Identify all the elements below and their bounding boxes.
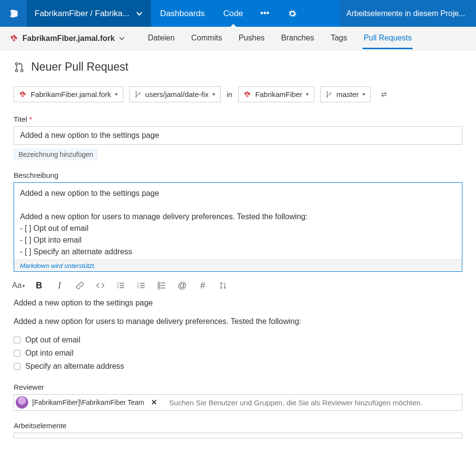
numbered-list-icon: 123 <box>137 281 146 290</box>
svg-point-6 <box>327 92 328 93</box>
team-avatar-icon <box>16 396 28 409</box>
code-icon <box>96 281 105 290</box>
svg-rect-16 <box>158 285 160 287</box>
markdown-toolbar: Aa▾ B I 123 @ # <box>14 281 462 290</box>
reviewer-field: [FabrikamFiber]\FabrikamFiber Team ✕ <box>14 394 462 411</box>
numbered-list-button[interactable]: 123 <box>136 281 146 290</box>
reviewer-chip-name: [FabrikamFiber]\FabrikamFiber Team <box>32 398 144 406</box>
checkbox-icon[interactable] <box>14 350 20 357</box>
settings-button[interactable] <box>277 0 307 27</box>
svg-point-11 <box>117 287 118 288</box>
svg-point-10 <box>117 285 118 286</box>
checkbox-icon[interactable] <box>14 363 20 370</box>
svg-point-3 <box>135 92 136 93</box>
reviewer-chip[interactable]: [FabrikamFiber]\FabrikamFiber Team ✕ <box>14 395 164 410</box>
pull-request-icon <box>14 61 25 73</box>
target-branch-selector[interactable]: master ▾ <box>320 86 371 102</box>
required-indicator: * <box>29 115 32 123</box>
chevron-down-icon: ▾ <box>22 283 25 288</box>
reviewer-search-input[interactable] <box>164 396 462 410</box>
svg-rect-15 <box>158 282 160 284</box>
tab-pull-requests[interactable]: Pull Requests <box>362 28 413 49</box>
svg-point-1 <box>16 69 18 72</box>
pr-link-button[interactable] <box>218 281 228 290</box>
preview-check-item: Opt out of email <box>14 334 462 346</box>
reviewer-label: Reviewer <box>14 383 462 391</box>
description-box: Markdown wird unterstützt. <box>14 182 462 272</box>
remove-reviewer-button[interactable]: ✕ <box>148 398 160 407</box>
description-textarea[interactable] <box>14 183 462 258</box>
svg-point-4 <box>135 96 136 97</box>
source-repo-selector[interactable]: FabrikamFiber.jamal.fork ▾ <box>14 86 123 102</box>
git-repo-icon <box>10 34 19 43</box>
chevron-down-icon: ▾ <box>362 91 365 97</box>
svg-text:3: 3 <box>137 286 139 289</box>
svg-rect-17 <box>158 287 160 289</box>
code-button[interactable] <box>95 281 105 290</box>
pull-request-icon <box>219 282 227 289</box>
main-content: Neuer Pull Request FabrikamFiber.jamal.f… <box>0 51 476 453</box>
svg-point-18 <box>221 283 222 284</box>
product-logo[interactable] <box>0 0 27 27</box>
tab-branches[interactable]: Branches <box>280 28 315 49</box>
svg-point-0 <box>16 62 18 65</box>
page-title: Neuer Pull Request <box>31 60 128 74</box>
add-label-chip[interactable]: Bezeichnung hinzufügen <box>14 149 98 160</box>
ellipsis-icon: ••• <box>260 8 269 19</box>
repo-sub-nav: FabrikamFiber.jamal.fork Dateien Commits… <box>0 27 476 51</box>
checkbox-icon[interactable] <box>14 337 20 343</box>
branch-icon <box>325 91 332 98</box>
bold-button[interactable]: B <box>34 281 44 290</box>
svg-point-5 <box>139 92 140 93</box>
branch-selection-row: FabrikamFiber.jamal.fork ▾ users/jamal/d… <box>14 86 462 102</box>
chevron-down-icon <box>135 10 143 18</box>
preview-line: Added a new option to the settings page <box>14 297 462 309</box>
target-repo-name: FabrikamFiber <box>255 90 303 98</box>
gear-icon <box>288 9 297 18</box>
mention-button[interactable]: @ <box>177 281 187 290</box>
project-breadcrumb-text: FabrikamFiber / Fabrika... <box>35 9 130 19</box>
link-button[interactable] <box>75 281 85 290</box>
tab-tags[interactable]: Tags <box>330 28 348 49</box>
workitems-input[interactable] <box>14 433 462 438</box>
work-item-search[interactable]: Arbeitselemente in diesem Proje... <box>340 0 476 27</box>
hash-icon: # <box>200 281 205 291</box>
italic-button[interactable]: I <box>55 281 64 290</box>
preview-line: Added a new option for users to manage d… <box>14 316 462 327</box>
title-label: Titel <box>14 115 27 123</box>
title-input[interactable] <box>14 126 462 145</box>
font-size-button[interactable]: Aa▾ <box>14 281 23 290</box>
tab-files[interactable]: Dateien <box>147 28 175 49</box>
chevron-down-icon <box>118 35 125 42</box>
nav-dashboards[interactable]: Dashboards <box>151 0 214 27</box>
tab-pushes[interactable]: Pushes <box>238 28 266 49</box>
source-branch-name: users/jamal/date-fix <box>145 90 209 98</box>
workitems-label: Arbeitselemente <box>14 421 462 430</box>
tab-commits[interactable]: Commits <box>190 28 223 49</box>
preview-check-item: Specify an alternate address <box>14 360 462 372</box>
svg-point-2 <box>21 69 23 72</box>
hash-button[interactable]: # <box>198 281 208 290</box>
nav-code[interactable]: Code <box>214 0 252 27</box>
checklist-button[interactable] <box>157 281 167 290</box>
chevron-down-icon: ▾ <box>212 91 215 97</box>
git-repo-icon <box>19 91 27 98</box>
description-label: Beschreibung <box>14 171 462 179</box>
target-branch-name: master <box>336 90 359 98</box>
swap-branches-button[interactable] <box>377 88 391 101</box>
svg-point-8 <box>330 92 331 93</box>
repo-selector[interactable]: FabrikamFiber.jamal.fork <box>10 34 125 43</box>
bullet-list-button[interactable] <box>116 281 126 290</box>
markdown-hint: Markdown wird unterstützt. <box>14 260 462 271</box>
svg-point-9 <box>117 283 118 284</box>
nav-more-button[interactable]: ••• <box>252 0 277 27</box>
description-preview: Added a new option to the settings page … <box>14 297 462 372</box>
source-branch-selector[interactable]: users/jamal/date-fix ▾ <box>129 86 221 102</box>
chevron-down-icon: ▾ <box>115 91 118 97</box>
bullet-list-icon <box>116 281 125 290</box>
source-repo-name: FabrikamFiber.jamal.fork <box>31 90 111 98</box>
search-placeholder-text: Arbeitselemente in diesem Proje... <box>346 9 465 18</box>
chevron-down-icon: ▾ <box>306 91 309 97</box>
project-selector[interactable]: FabrikamFiber / Fabrika... <box>27 0 151 27</box>
target-repo-selector[interactable]: FabrikamFiber ▾ <box>238 86 315 102</box>
